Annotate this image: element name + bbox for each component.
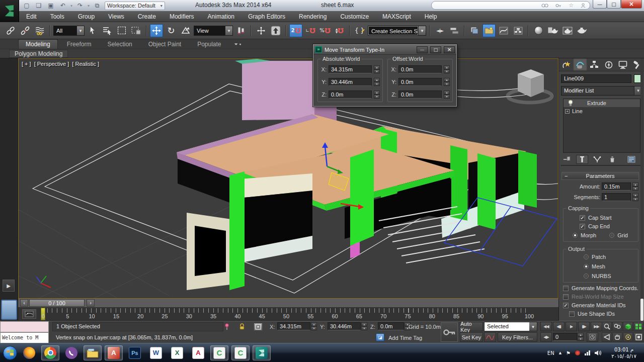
taskbar-explorer[interactable] — [84, 345, 102, 360]
next-frame-button[interactable]: ▮▶ — [578, 322, 590, 331]
viewcube[interactable] — [508, 69, 552, 103]
named-selection-sets-arrow-icon[interactable]: ▾ — [418, 26, 426, 35]
render-production-icon[interactable] — [576, 24, 589, 37]
ribbon-tab-freeform[interactable]: Freeform — [60, 40, 99, 49]
show-hidden-icons-arrow[interactable]: ▲ — [559, 351, 561, 355]
viewport-general-menu[interactable]: [ + ] — [22, 61, 31, 67]
checkbox-checked-icon[interactable]: ✓ — [580, 224, 585, 229]
current-frame-field[interactable]: 0 — [553, 333, 577, 341]
hierarchy-tab[interactable] — [587, 58, 601, 71]
expand-plus-icon[interactable]: + — [565, 109, 570, 114]
absolute-x-spinner[interactable]: ▲▼ — [374, 65, 380, 73]
dialog-title-bar[interactable]: » Move Transform Type-In — □ × — [313, 45, 456, 55]
absolute-z-field[interactable]: 0.0m — [329, 90, 372, 99]
checkbox-checked-icon[interactable]: ✓ — [563, 303, 569, 308]
undo-flyout-arrow-icon[interactable]: ▾ — [70, 4, 72, 8]
schematic-view-icon[interactable] — [512, 24, 525, 37]
open-mini-curve-editor-button[interactable] — [22, 309, 36, 319]
cap-end-checkbox[interactable]: ✓ Cap End — [580, 223, 636, 229]
dialog-maximize-button[interactable]: □ — [430, 46, 441, 53]
offset-y-spinner[interactable]: ▲▼ — [444, 78, 450, 86]
radio-icon[interactable] — [584, 254, 589, 259]
coord-y-field[interactable]: 30.446m — [328, 322, 361, 330]
workspace-dropdown[interactable]: Workspace: Default ▾ — [105, 2, 165, 10]
sign-in-user-icon[interactable] — [581, 3, 586, 8]
modifier-on-bulb-icon[interactable] — [568, 100, 574, 107]
edit-named-selection-sets-icon[interactable]: { } — [353, 24, 366, 37]
spinner-up-icon[interactable]: ▲ — [632, 183, 638, 187]
default-in-out-tangents-button[interactable] — [484, 332, 496, 342]
absolute-y-field[interactable]: 30.446m — [329, 78, 372, 86]
offset-x-field[interactable]: 0.0m — [398, 65, 442, 73]
key-mode-arrow-icon[interactable]: ▾ — [529, 322, 537, 331]
stack-item-extrude[interactable]: Extrude — [564, 99, 640, 107]
previous-frame-slider-button[interactable]: ‹ — [20, 299, 28, 307]
ribbon-tab-modeling[interactable]: Modeling — [18, 39, 58, 49]
dialog-close-button[interactable]: × — [444, 46, 455, 53]
spinner-snap-toggle-icon[interactable]: ▲▼Ω — [333, 24, 346, 37]
command-panel-scrollbar[interactable] — [640, 58, 643, 321]
next-frame-slider-button[interactable]: › — [87, 299, 95, 307]
checkbox-icon[interactable] — [569, 311, 575, 317]
mesh-radio[interactable]: Mesh — [584, 263, 636, 269]
timeline-ruler[interactable]: 0510152025303540455055606570758085909510… — [42, 308, 530, 321]
time-configuration-button[interactable] — [587, 332, 598, 342]
taskbar-autocad[interactable]: A — [105, 345, 123, 360]
offset-z-field[interactable]: 0.0m — [398, 90, 442, 99]
perspective-viewport[interactable]: [ + ] [ Perspective ] [ Realistic ] — [18, 58, 558, 299]
offset-z-spinner[interactable]: ▲▼ — [444, 90, 450, 99]
menu-help[interactable]: Help — [425, 13, 437, 20]
select-and-link-icon[interactable] — [4, 24, 17, 37]
maximize-viewport-toggle-icon[interactable] — [633, 332, 643, 342]
use-pivot-point-center-icon[interactable] — [234, 24, 248, 37]
window-crossing-toggle-icon[interactable] — [130, 24, 143, 37]
radio-selected-icon[interactable] — [573, 233, 578, 238]
infocenter-search-bar[interactable]: ☆ — [431, 1, 590, 10]
network-signal-icon[interactable] — [585, 350, 590, 355]
taskbar-3dsmax[interactable] — [253, 345, 271, 360]
segments-field[interactable]: 1 — [602, 193, 631, 201]
generate-mapping-coords-checkbox[interactable]: Generate Mapping Coords. — [563, 285, 641, 291]
modifier-stack[interactable]: Extrude + Line — [563, 99, 640, 153]
redo-icon[interactable]: ↷ — [75, 2, 85, 10]
amount-spinner[interactable]: ▲ ▼ — [632, 183, 638, 191]
menu-group[interactable]: Group — [78, 13, 95, 20]
menu-views[interactable]: Views — [108, 13, 124, 20]
rendered-frame-window-icon[interactable] — [561, 24, 574, 37]
tray-clock[interactable]: 03:01 م ٢٠١٥/٠٥/١٧ — [606, 346, 642, 359]
taskbar-camtasia-studio[interactable]: C — [231, 345, 250, 360]
set-project-folder-icon[interactable]: ⧉ — [93, 2, 102, 10]
selection-lock-icon[interactable] — [237, 323, 247, 331]
selection-filter-arrow-icon[interactable]: ▾ — [76, 26, 84, 35]
auto-key-button[interactable]: Auto Key — [460, 322, 483, 331]
favorites-star-icon[interactable]: ☆ — [569, 2, 574, 9]
orbit-icon[interactable] — [623, 332, 633, 342]
go-to-end-button[interactable]: ▶▶ — [591, 322, 602, 331]
open-file-icon[interactable]: ❏ — [34, 2, 43, 10]
coord-z-field[interactable]: 0.0m — [378, 322, 404, 330]
key-icon[interactable] — [555, 3, 561, 8]
menu-modifiers[interactable]: Modifiers — [170, 13, 194, 20]
radio-selected-icon[interactable] — [584, 264, 589, 269]
new-scene-icon[interactable]: ▢ — [22, 2, 31, 10]
language-indicator[interactable]: EN — [547, 350, 554, 356]
start-button[interactable] — [3, 346, 17, 360]
field-of-view-icon[interactable] — [602, 332, 612, 342]
scrollbar-thumb[interactable] — [640, 299, 643, 321]
maxscript-macro-recorder-pane[interactable] — [0, 321, 49, 332]
application-menu-button[interactable] — [0, 0, 19, 22]
remove-modifier-icon[interactable] — [606, 155, 618, 164]
absolute-x-field[interactable]: 34.315m — [329, 65, 372, 73]
modifier-list-dropdown[interactable]: Modifier List ▾ — [561, 86, 642, 96]
maxscript-mini-listener[interactable]: Welcome to M — [0, 332, 49, 343]
checkbox-icon[interactable] — [563, 286, 569, 291]
tray-alert-icon[interactable] — [575, 350, 580, 355]
checkbox-checked-icon[interactable]: ✓ — [580, 215, 585, 221]
grid-radio[interactable]: Grid — [609, 232, 628, 238]
configure-modifier-sets-icon[interactable] — [625, 155, 637, 164]
modify-tab[interactable] — [573, 58, 587, 71]
previous-frame-button[interactable]: ◀▮ — [553, 322, 565, 331]
viewport-layout-tab-button[interactable]: ▶ — [3, 280, 15, 292]
frame-spinner[interactable]: ▲▼ — [578, 333, 584, 341]
morph-radio[interactable]: Morph — [573, 232, 596, 238]
